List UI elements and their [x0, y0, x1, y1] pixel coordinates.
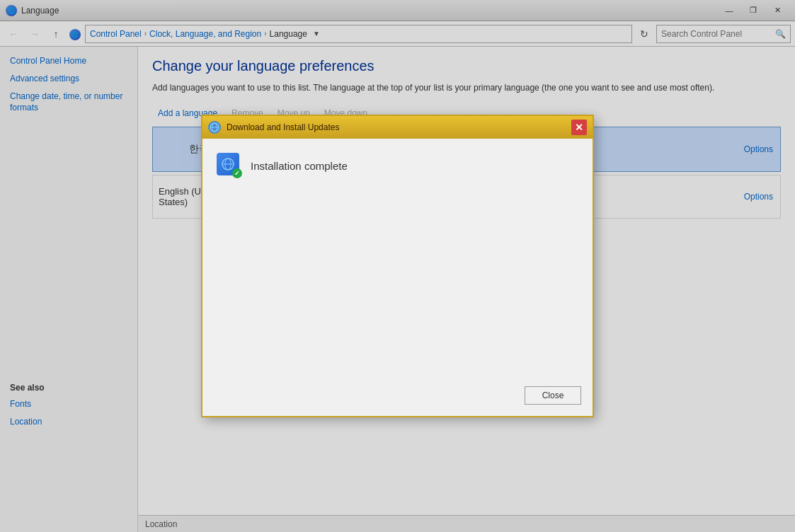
install-complete-icon: ✓	[217, 153, 242, 178]
modal-overlay: Download and Install Updates ✕ ✓	[0, 0, 795, 532]
modal-window: Download and Install Updates ✕ ✓	[201, 115, 594, 417]
modal-title-text: Download and Install Updates	[227, 122, 339, 132]
checkmark-icon: ✓	[232, 168, 242, 178]
modal-status-row: ✓ Installation complete	[217, 153, 578, 178]
modal-close-button[interactable]: Close	[525, 386, 581, 405]
modal-body: ✓ Installation complete	[202, 139, 593, 379]
modal-close-x-button[interactable]: ✕	[571, 120, 587, 135]
modal-status-text: Installation complete	[251, 160, 348, 172]
modal-footer: Close	[202, 379, 593, 416]
modal-title-bar: Download and Install Updates ✕	[202, 116, 593, 139]
modal-app-icon	[208, 121, 221, 134]
